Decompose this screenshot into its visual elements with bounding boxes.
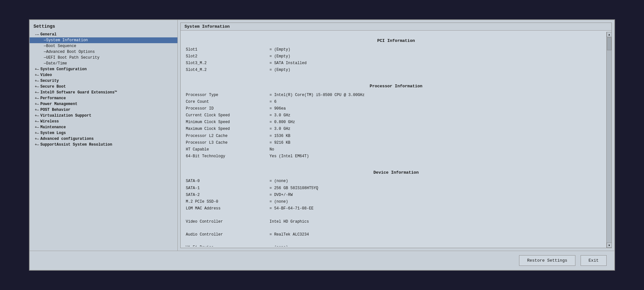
sidebar-item-maintenance[interactable]: +—Maintenance xyxy=(30,124,177,130)
scrollbar-thumb[interactable] xyxy=(607,37,611,50)
processor-row: Processor L3 Cache= 9216 KB xyxy=(186,140,606,146)
pci-value: = SATA Installed xyxy=(270,60,606,66)
audio-controller-value: = RealTek ALC3234 xyxy=(270,232,606,238)
pci-value: = (Empty) xyxy=(270,67,606,73)
device-value: = DVD+/-RW xyxy=(270,192,606,198)
expand-icon-wireless: +— xyxy=(35,120,39,123)
scroll-up-button[interactable]: ▲ xyxy=(607,32,612,37)
sidebar-item-performance[interactable]: +—Performance xyxy=(30,95,177,101)
processor-label: Maximum Clock Speed xyxy=(186,126,270,132)
bios-main: Settings -—General—System Information—Bo… xyxy=(30,20,614,251)
sidebar-item-general[interactable]: -—General xyxy=(30,32,177,37)
sidebar-item-video[interactable]: +—Video xyxy=(30,72,177,78)
device-row: SATA-0= (none) xyxy=(186,178,606,185)
bottom-bar: Restore Settings Exit xyxy=(30,251,614,270)
sidebar-item-label-security: Security xyxy=(40,79,59,83)
expand-icon-supportassist: +— xyxy=(35,143,39,147)
processor-row: Processor Type= Intel(R) Core(TM) i5-850… xyxy=(186,92,606,99)
device-value: = 256 GB 58IS108HT5YQ xyxy=(270,185,606,191)
expand-icon-security: +— xyxy=(35,79,39,83)
sidebar-item-system-configuration[interactable]: +—System Configuration xyxy=(30,66,177,72)
device-row: SATA-2= DVD+/-RW xyxy=(186,192,606,198)
expand-icon-post-behavior: +— xyxy=(35,108,39,112)
scrollbar-track[interactable]: ▲ ▼ xyxy=(606,32,611,248)
sidebar-item-label-virtualization-support: Virtualization Support xyxy=(40,113,91,118)
expand-icon-performance: +— xyxy=(35,96,39,100)
video-controller-label: Video Controller xyxy=(186,219,270,225)
expand-icon-power-management: +— xyxy=(35,102,39,106)
video-controller-row: Video Controller Intel HD Graphics xyxy=(186,218,606,225)
sidebar-item-security[interactable]: +—Security xyxy=(30,78,177,84)
sidebar-item-label-intel-software-guard: Intel® Software Guard Extensions™ xyxy=(40,90,117,95)
device-section-header: Device Information xyxy=(186,169,606,176)
video-controller-value: Intel HD Graphics xyxy=(270,219,606,225)
sidebar-item-uefi-boot-path-security[interactable]: —UEFI Boot Path Security xyxy=(30,55,177,61)
system-info-box: System Information PCI Information Slot1… xyxy=(180,23,612,248)
expand-icon-maintenance: +— xyxy=(35,125,39,129)
sidebar-item-label-system-information: System Information xyxy=(46,38,88,43)
sidebar-item-label-post-behavior: POST Behavior xyxy=(40,108,71,112)
sidebar-item-system-logs[interactable]: +—System Logs xyxy=(30,130,177,136)
device-row: LOM MAC Address= 54-BF-64-71-08-EE xyxy=(186,205,606,212)
processor-section-header: Processor Information xyxy=(186,83,606,90)
device-row: SATA-1= 256 GB 58IS108HT5YQ xyxy=(186,185,606,192)
processor-row: Processor L2 Cache= 1536 KB xyxy=(186,133,606,140)
sidebar-item-date-time[interactable]: —Date/Time xyxy=(30,61,177,66)
processor-value: = Intel(R) Core(TM) i5-8500 CPU @ 3.00GH… xyxy=(270,92,606,98)
wifi-row: Wi-Fi Device = (none) xyxy=(186,244,606,247)
processor-label: 64-Bit Technology xyxy=(186,153,270,160)
processor-label: Processor ID xyxy=(186,106,270,112)
device-label: SATA-2 xyxy=(186,192,270,198)
pci-row: Slot2= (Empty) xyxy=(186,53,606,60)
audio-controller-row: Audio Controller = RealTek ALC3234 xyxy=(186,231,606,238)
system-info-title: System Information xyxy=(181,23,611,31)
sidebar-item-power-management[interactable]: +—Power Management xyxy=(30,101,177,107)
pci-row: Slot4_M.2= (Empty) xyxy=(186,67,606,73)
bios-container: Settings -—General—System Information—Bo… xyxy=(29,19,615,271)
indent-spacer: — xyxy=(44,38,46,43)
processor-label: Processor L2 Cache xyxy=(186,133,270,139)
sidebar-item-label-video: Video xyxy=(40,73,52,77)
settings-title: Settings xyxy=(30,23,177,32)
restore-settings-button[interactable]: Restore Settings xyxy=(519,255,575,266)
device-value: = (none) xyxy=(270,178,606,184)
sidebar-item-label-system-logs: System Logs xyxy=(40,131,66,135)
sidebar-item-wireless[interactable]: +—Wireless xyxy=(30,119,177,124)
wifi-label: Wi-Fi Device xyxy=(186,245,270,247)
processor-value: = 3.0 GHz xyxy=(270,126,606,132)
device-label: M.2 PCIe SSD-0 xyxy=(186,199,270,205)
sidebar-item-system-information[interactable]: —System Information xyxy=(30,37,177,43)
sidebar-item-advanced-boot-options[interactable]: —Advanced Boot Options xyxy=(30,49,177,55)
pci-label: Slot1 xyxy=(186,47,270,53)
indent-spacer: — xyxy=(44,44,46,48)
device-rows: SATA-0= (none)SATA-1= 256 GB 58IS108HT5Y… xyxy=(186,178,606,212)
expand-icon-intel-software-guard: +— xyxy=(35,91,39,94)
indent-spacer: — xyxy=(44,61,46,66)
system-info-content[interactable]: PCI Information Slot1= (Empty)Slot2= (Em… xyxy=(181,31,611,247)
sidebar-item-intel-software-guard[interactable]: +—Intel® Software Guard Extensions™ xyxy=(30,90,177,95)
expand-icon-video: +— xyxy=(35,73,39,77)
sidebar-item-secure-boot[interactable]: +—Secure Boot xyxy=(30,84,177,90)
processor-value: = 3.0 GHz xyxy=(270,112,606,119)
device-value: = 54-BF-64-71-08-EE xyxy=(270,206,606,212)
sidebar-item-label-general: General xyxy=(40,32,56,37)
sidebar-item-label-secure-boot: Secure Boot xyxy=(40,84,66,89)
sidebar-item-label-performance: Performance xyxy=(40,96,66,101)
device-label: SATA-0 xyxy=(186,178,270,184)
processor-label: Core Count xyxy=(186,99,270,105)
scroll-down-button[interactable]: ▼ xyxy=(607,243,612,248)
right-panel: System Information PCI Information Slot1… xyxy=(178,20,614,251)
sidebar-item-boot-sequence[interactable]: —Boot Sequence xyxy=(30,43,177,49)
pci-row: Slot3_M.2= SATA Installed xyxy=(186,60,606,67)
processor-label: HT Capable xyxy=(186,147,270,153)
exit-button[interactable]: Exit xyxy=(581,255,607,266)
sidebar-item-virtualization-support[interactable]: +—Virtualization Support xyxy=(30,113,177,119)
expand-icon-secure-boot: +— xyxy=(35,85,39,89)
sidebar-item-post-behavior[interactable]: +—POST Behavior xyxy=(30,107,177,113)
sidebar-item-advanced-configurations[interactable]: +—Advanced configurations xyxy=(30,136,177,142)
expand-icon-system-logs: +— xyxy=(35,131,39,135)
expand-icon-advanced-configurations: +— xyxy=(35,137,39,141)
expand-icon-system-configuration: +— xyxy=(35,67,39,71)
sidebar-item-supportassist[interactable]: +—SupportAssist System Resolution xyxy=(30,142,177,148)
expand-icon-virtualization-support: +— xyxy=(35,114,39,118)
